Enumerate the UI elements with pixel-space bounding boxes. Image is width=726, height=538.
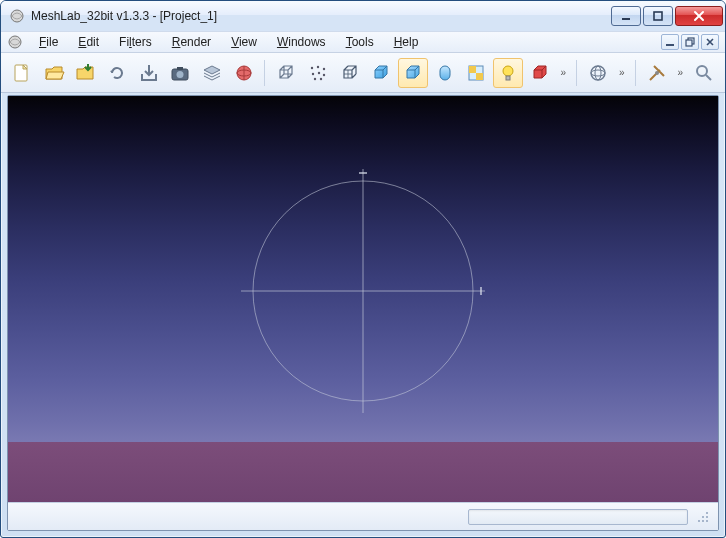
- svg-point-16: [312, 72, 314, 74]
- toolbar-overflow-3[interactable]: »: [673, 58, 687, 88]
- svg-rect-23: [469, 66, 476, 73]
- svg-point-18: [323, 73, 325, 75]
- menu-file[interactable]: File: [29, 33, 68, 51]
- trackball-button[interactable]: [583, 58, 613, 88]
- new-project-button[interactable]: [7, 58, 37, 88]
- mdi-restore-button[interactable]: [681, 34, 699, 50]
- raster-mode-button[interactable]: [229, 58, 259, 88]
- flatlines-button[interactable]: [366, 58, 396, 88]
- menu-windows[interactable]: Windows: [267, 33, 336, 51]
- viewport-3d[interactable]: [8, 96, 718, 502]
- toolbar-overflow-1[interactable]: »: [556, 58, 570, 88]
- svg-point-38: [702, 516, 704, 518]
- title-bar[interactable]: MeshLab_32bit v1.3.3 - [Project_1]: [1, 1, 725, 31]
- minimize-button[interactable]: [611, 6, 641, 26]
- window-title: MeshLab_32bit v1.3.3 - [Project_1]: [31, 9, 217, 23]
- svg-point-20: [320, 77, 322, 79]
- maximize-button[interactable]: [643, 6, 673, 26]
- toolbar: » » »: [1, 53, 725, 93]
- app-icon: [9, 8, 25, 24]
- toolbar-overflow-2[interactable]: »: [615, 58, 629, 88]
- menu-help[interactable]: Help: [384, 33, 429, 51]
- svg-rect-10: [177, 67, 183, 70]
- wireframe-button[interactable]: [335, 58, 365, 88]
- mdi-close-button[interactable]: [701, 34, 719, 50]
- svg-rect-24: [476, 73, 483, 80]
- svg-point-41: [702, 520, 704, 522]
- layers-button[interactable]: [197, 58, 227, 88]
- window-buttons: [609, 6, 723, 26]
- mdi-client-area: [7, 95, 719, 531]
- ground-plane: [8, 442, 718, 502]
- svg-point-31: [697, 66, 707, 76]
- svg-point-40: [698, 520, 700, 522]
- toolbar-separator: [264, 60, 265, 86]
- svg-rect-1: [622, 18, 630, 20]
- mdi-app-icon[interactable]: [7, 34, 23, 50]
- open-project-button[interactable]: [39, 58, 69, 88]
- smooth-button[interactable]: [430, 58, 460, 88]
- svg-point-37: [706, 512, 708, 514]
- menu-bar: File Edit Filters Render View Windows To…: [1, 31, 725, 53]
- svg-point-25: [503, 66, 513, 76]
- svg-point-14: [317, 65, 319, 67]
- svg-rect-21: [440, 66, 450, 80]
- svg-point-3: [9, 36, 21, 48]
- svg-point-9: [177, 71, 184, 78]
- resize-grip-icon[interactable]: [696, 510, 710, 524]
- trackball-gizmo[interactable]: [233, 161, 493, 421]
- svg-point-30: [655, 71, 659, 75]
- mdi-minimize-button[interactable]: [661, 34, 679, 50]
- reload-button[interactable]: [102, 58, 132, 88]
- svg-point-28: [591, 70, 605, 76]
- progress-bar: [468, 509, 688, 525]
- texture-button[interactable]: [461, 58, 491, 88]
- menu-filters[interactable]: Filters: [109, 33, 162, 51]
- svg-point-42: [706, 520, 708, 522]
- svg-point-27: [591, 66, 605, 80]
- status-bar: [8, 502, 718, 530]
- measure-button[interactable]: [642, 58, 672, 88]
- light-button[interactable]: [493, 58, 523, 88]
- menu-view[interactable]: View: [221, 33, 267, 51]
- export-button[interactable]: [134, 58, 164, 88]
- points-button[interactable]: [303, 58, 333, 88]
- menu-tools[interactable]: Tools: [336, 33, 384, 51]
- menu-render[interactable]: Render: [162, 33, 221, 51]
- bbox-button[interactable]: [271, 58, 301, 88]
- toolbar-separator-3: [635, 60, 636, 86]
- toolbar-separator-2: [576, 60, 577, 86]
- svg-rect-4: [666, 44, 674, 46]
- mdi-window-buttons: [661, 34, 719, 50]
- import-mesh-button[interactable]: [70, 58, 100, 88]
- svg-point-39: [706, 516, 708, 518]
- svg-point-29: [595, 66, 601, 80]
- svg-rect-2: [654, 12, 662, 20]
- svg-point-19: [314, 77, 316, 79]
- svg-point-15: [323, 67, 325, 69]
- svg-point-0: [11, 10, 23, 22]
- svg-point-13: [311, 66, 313, 68]
- backface-button[interactable]: [525, 58, 555, 88]
- menu-edit[interactable]: Edit: [68, 33, 109, 51]
- snapshot-button[interactable]: [165, 58, 195, 88]
- svg-rect-26: [506, 76, 510, 80]
- main-window: MeshLab_32bit v1.3.3 - [Project_1] File …: [0, 0, 726, 538]
- flat-button[interactable]: [398, 58, 428, 88]
- svg-rect-6: [686, 40, 692, 46]
- close-button[interactable]: [675, 6, 723, 26]
- search-button[interactable]: [689, 58, 719, 88]
- svg-point-17: [318, 71, 320, 73]
